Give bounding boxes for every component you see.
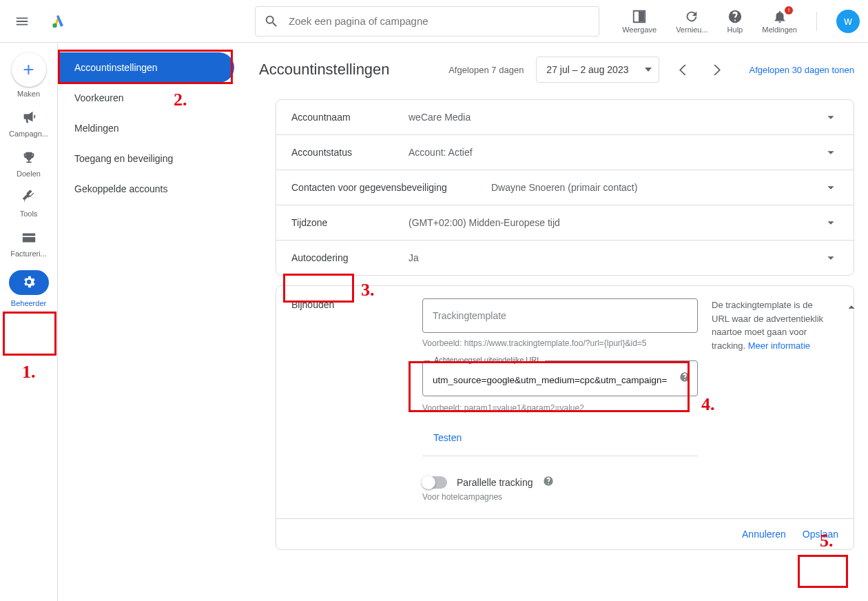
final-url-suffix-label: Achtervoegsel uiteindelijke URL	[430, 356, 545, 364]
notifications-label: Meldingen	[762, 26, 797, 34]
date-range-preset-label: Afgelopen 7 dagen	[448, 65, 524, 75]
svg-rect-1	[639, 11, 644, 21]
subnav-notifications[interactable]: Meldingen	[58, 113, 234, 143]
parallel-tracking-subtext: Voor hotelcampagnes	[422, 492, 698, 502]
campaigns-nav[interactable]: Campagn...	[0, 110, 57, 138]
admin-nav[interactable]: Beheerder	[0, 270, 57, 307]
refresh-label: Vernieu...	[676, 26, 707, 34]
chevron-right-icon	[714, 65, 721, 75]
card-icon	[21, 230, 37, 245]
row-account-name[interactable]: Accountnaam weCare Media	[276, 100, 854, 135]
chevron-down-icon	[823, 110, 838, 125]
menu-icon[interactable]	[8, 8, 36, 35]
left-rail: + Maken Campagn... Doelen Tools Facturer…	[0, 43, 58, 601]
tracking-card: Bijhouden Trackingtemplate Voorbeeld: ht…	[276, 285, 854, 550]
subnav-linked-accounts[interactable]: Gekoppelde accounts	[58, 174, 234, 204]
more-info-link[interactable]: Meer informatie	[748, 340, 810, 351]
tracking-help-text: De trackingtemplate is de URL waar de ad…	[712, 298, 830, 502]
parallel-tracking-toggle[interactable]	[422, 476, 447, 489]
subnav-preferences[interactable]: Voorkeuren	[58, 83, 234, 113]
search-icon	[264, 14, 279, 29]
tracking-section-label: Bijhouden	[291, 299, 334, 310]
help-icon[interactable]	[543, 476, 554, 489]
date-range-picker[interactable]: 27 jul – 2 aug 2023	[536, 57, 659, 83]
gear-icon	[21, 274, 37, 289]
dropdown-icon	[645, 68, 652, 72]
chevron-down-icon	[823, 145, 838, 160]
chevron-left-icon	[679, 65, 686, 75]
subnav-account-settings[interactable]: Accountinstellingen	[58, 52, 234, 83]
page-title: Accountinstellingen	[259, 61, 436, 79]
admin-subnav: Accountinstellingen Voorkeuren Meldingen…	[58, 43, 237, 204]
chevron-up-icon	[844, 300, 859, 315]
help-icon	[727, 9, 743, 24]
row-account-status[interactable]: Accountstatus Account: Actief	[276, 135, 854, 170]
prev-period-button[interactable]	[672, 59, 694, 81]
search-input[interactable]	[289, 15, 590, 27]
tracking-template-example: Voorbeeld: https://www.trackingtemplate.…	[422, 338, 698, 348]
refresh-icon	[684, 9, 699, 24]
notifications-button[interactable]: ! Meldingen	[762, 9, 797, 34]
next-period-button[interactable]	[706, 59, 728, 81]
account-settings-card: Accountnaam weCare Media Accountstatus A…	[276, 99, 854, 276]
final-url-suffix-input[interactable]	[433, 375, 672, 385]
row-autotagging[interactable]: Autocodering Ja	[276, 241, 854, 275]
final-url-suffix-input-wrapper[interactable]: Achtervoegsel uiteindelijke URL	[422, 360, 698, 396]
trophy-icon	[21, 150, 37, 165]
help-label: Hulp	[727, 26, 743, 34]
appearance-icon	[632, 9, 647, 24]
appearance-button[interactable]: Weergave	[622, 9, 657, 34]
tracking-template-input[interactable]: Trackingtemplate	[422, 298, 698, 333]
chevron-down-icon	[823, 250, 838, 265]
header-divider	[816, 12, 817, 31]
svg-point-0	[52, 23, 56, 27]
row-security-contacts[interactable]: Contacten voor gegevensbeveiliging Dwayn…	[276, 170, 854, 205]
tools-nav[interactable]: Tools	[0, 190, 57, 218]
create-button[interactable]: + Maken	[0, 52, 57, 98]
row-timezone[interactable]: Tijdzone (GMT+02:00) Midden-Europese tij…	[276, 205, 854, 241]
goals-nav[interactable]: Doelen	[0, 150, 57, 178]
compare-link[interactable]: Afgelopen 30 dagen tonen	[749, 65, 854, 75]
plus-icon: +	[23, 60, 34, 79]
billing-nav[interactable]: Factureri...	[0, 230, 57, 258]
chevron-down-icon	[823, 215, 838, 230]
collapse-button[interactable]	[844, 298, 859, 502]
refresh-button[interactable]: Vernieu...	[676, 9, 707, 34]
google-ads-logo-icon	[51, 13, 68, 30]
subnav-access-security[interactable]: Toegang en beveiliging	[58, 143, 234, 174]
appearance-label: Weergave	[622, 26, 657, 34]
save-button[interactable]: Opslaan	[803, 529, 838, 540]
account-avatar[interactable]: w	[836, 10, 860, 33]
megaphone-icon	[21, 110, 37, 125]
search-input-wrapper[interactable]	[255, 6, 599, 37]
tools-icon	[21, 190, 37, 205]
notification-badge: !	[785, 6, 793, 14]
final-url-suffix-example: Voorbeeld: param1=value1&param2=value2	[422, 403, 698, 413]
parallel-tracking-label: Parallelle tracking	[457, 477, 533, 488]
app-header: Weergave Vernieu... Hulp ! Meldingen w	[0, 0, 868, 43]
main-content: Accountinstellingen Afgelopen 7 dagen 27…	[237, 43, 868, 601]
create-fab[interactable]: +	[12, 52, 46, 87]
cancel-button[interactable]: Annuleren	[742, 529, 786, 540]
help-button[interactable]: Hulp	[727, 9, 743, 34]
help-icon[interactable]	[679, 371, 690, 385]
chevron-down-icon	[823, 180, 838, 195]
test-button[interactable]: Testen	[422, 425, 462, 453]
